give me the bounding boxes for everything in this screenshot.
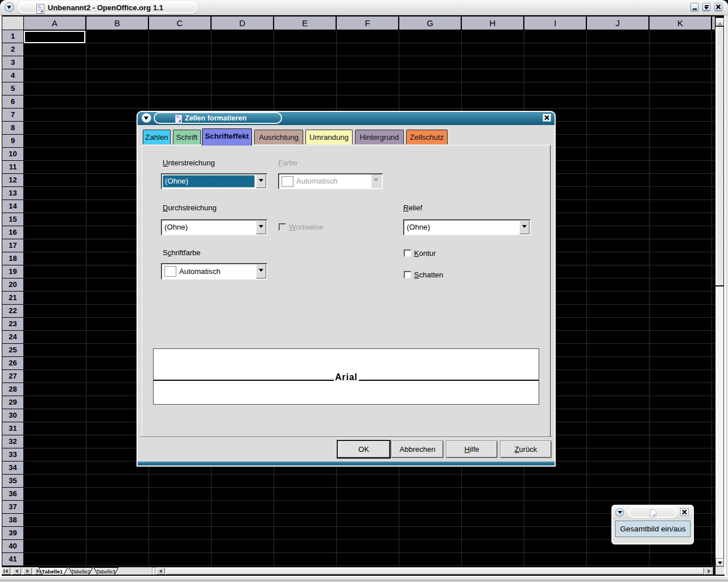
- svg-text:Tabelle1: Tabelle1: [42, 568, 63, 575]
- svg-text:Tabelle3: Tabelle3: [96, 569, 115, 575]
- svg-text:Tabelle2: Tabelle2: [71, 569, 90, 575]
